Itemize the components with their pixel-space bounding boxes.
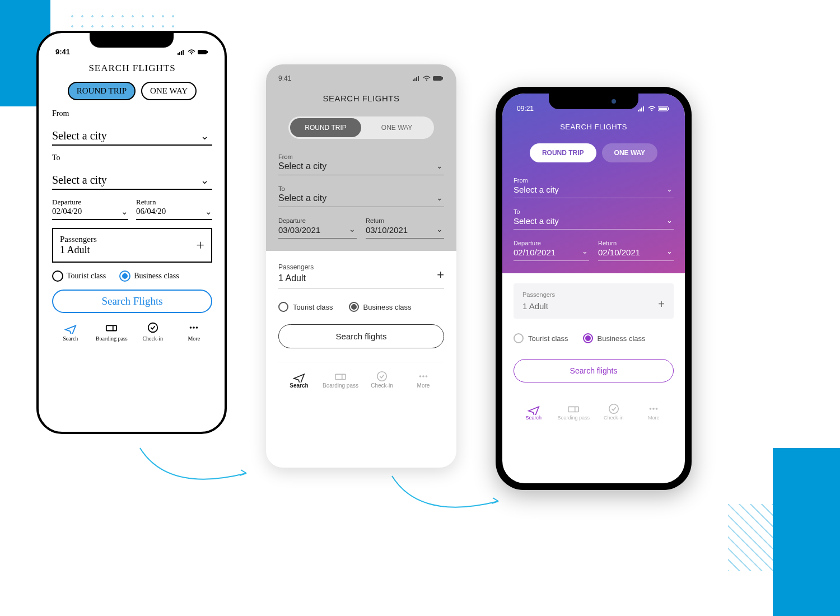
nav-search[interactable]: Search — [514, 403, 554, 421]
chevron-down-icon: ⌄ — [200, 130, 212, 142]
nav-boarding[interactable]: Boarding pass — [320, 370, 361, 389]
tourist-class-radio[interactable]: Tourist class — [52, 270, 106, 282]
from-field[interactable]: From Select a city ⌄ — [278, 153, 444, 175]
battery-icon — [433, 76, 444, 81]
from-field[interactable]: From Select a city ⌄ — [52, 109, 212, 146]
nav-search[interactable]: Search — [50, 321, 91, 342]
signal-icon — [178, 49, 185, 55]
round-trip-pill[interactable]: ROUND TRIP — [530, 143, 596, 162]
passengers-label: Passengers — [60, 235, 97, 244]
svg-point-22 — [377, 372, 387, 381]
search-flights-button[interactable]: Search flights — [278, 324, 444, 348]
nav-boarding-label: Boarding pass — [554, 415, 594, 421]
passengers-field[interactable]: Passengers 1 Adult + — [278, 263, 444, 288]
plus-icon[interactable]: + — [658, 298, 665, 311]
nav-checkin[interactable]: Check-in — [594, 403, 634, 421]
tourist-class-label: Tourist class — [528, 334, 568, 343]
from-field[interactable]: From Select a city ⌄ — [514, 177, 674, 198]
nav-more-label: More — [634, 415, 674, 421]
business-class-label: Business class — [598, 334, 646, 343]
one-way-pill[interactable]: ONE WAY — [602, 143, 658, 162]
one-way-pill[interactable]: ONE WAY — [361, 118, 432, 137]
nav-boarding-label: Boarding pass — [320, 382, 361, 389]
svg-rect-33 — [668, 108, 669, 110]
to-value: Select a city — [278, 193, 326, 203]
battery-icon — [198, 49, 209, 55]
departure-label: Departure — [514, 240, 589, 246]
page-title: SEARCH FLIGHTS — [278, 94, 444, 103]
nav-more-label: More — [403, 382, 444, 389]
round-trip-pill[interactable]: ROUND TRIP — [290, 118, 361, 137]
radio-unchecked-icon — [514, 333, 524, 343]
trip-type-toggle: ROUND TRIP ONE WAY — [50, 82, 214, 100]
plus-icon[interactable]: + — [196, 237, 204, 254]
nav-search[interactable]: Search — [278, 370, 320, 389]
page-title: SEARCH FLIGHTS — [50, 63, 214, 74]
svg-point-39 — [656, 408, 658, 410]
nav-boarding[interactable]: Boarding pass — [554, 403, 594, 421]
svg-rect-7 — [106, 325, 116, 330]
battery-icon — [658, 106, 670, 111]
nav-more[interactable]: More — [403, 370, 444, 389]
passengers-value: 1 Adult — [60, 244, 97, 256]
passengers-field[interactable]: Passengers 1 Adult + — [514, 283, 674, 319]
to-label: To — [52, 153, 107, 162]
tourist-class-radio[interactable]: Tourist class — [278, 302, 333, 312]
status-time: 9:41 — [55, 48, 70, 56]
nav-checkin[interactable]: Check-in — [361, 370, 403, 389]
departure-field[interactable]: Departure 03/03/2021⌄ — [278, 217, 357, 239]
business-class-radio[interactable]: Business class — [349, 302, 412, 312]
chevron-down-icon: ⌄ — [348, 225, 357, 235]
return-field[interactable]: Return 02/10/2021⌄ — [598, 240, 674, 261]
departure-value: 03/03/2021 — [278, 225, 320, 235]
nav-boarding[interactable]: Boarding pass — [91, 321, 133, 342]
business-class-radio[interactable]: Business class — [119, 270, 179, 282]
search-flights-button[interactable]: Search Flights — [52, 290, 212, 313]
plus-icon[interactable]: + — [437, 268, 444, 283]
departure-label: Departure — [52, 198, 128, 207]
check-circle-icon — [132, 321, 174, 334]
svg-rect-19 — [442, 77, 443, 80]
to-field[interactable]: To Select a city ⌄ — [278, 185, 444, 207]
status-indicators — [178, 48, 209, 56]
business-class-radio[interactable]: Business class — [583, 333, 646, 343]
nav-search-label: Search — [50, 335, 91, 342]
to-label: To — [278, 185, 326, 192]
svg-rect-1 — [179, 52, 180, 55]
nav-more[interactable]: More — [634, 403, 674, 421]
to-field[interactable]: To Select a city ⌄ — [52, 153, 212, 190]
tourist-class-radio[interactable]: Tourist class — [514, 333, 568, 343]
bg-hatch-pattern — [728, 504, 818, 571]
return-field[interactable]: Return 03/10/2021⌄ — [366, 217, 444, 239]
tourist-class-label: Tourist class — [293, 303, 333, 311]
nav-more-label: More — [174, 335, 215, 342]
nav-checkin[interactable]: Check-in — [132, 321, 174, 342]
svg-rect-34 — [568, 407, 578, 412]
bottom-nav: Search Boarding pass Check-in More — [50, 321, 214, 342]
return-field[interactable]: Return 06/04/20⌄ — [136, 198, 212, 220]
status-time: 09:21 — [517, 105, 534, 113]
to-field[interactable]: To Select a city ⌄ — [514, 208, 674, 230]
search-flights-button[interactable]: Search flights — [514, 359, 674, 382]
svg-rect-27 — [640, 109, 641, 111]
one-way-pill[interactable]: ONE WAY — [141, 82, 197, 100]
passengers-field[interactable]: Passengers 1 Adult + — [52, 228, 212, 263]
signal-icon — [413, 76, 421, 81]
departure-field[interactable]: Departure 02/10/2021⌄ — [514, 240, 589, 261]
sketch-mockup: 9:41 SEARCH FLIGHTS ROUND TRIP ONE WAY F… — [36, 31, 227, 434]
svg-rect-14 — [414, 78, 416, 81]
svg-point-30 — [651, 110, 652, 111]
return-label: Return — [366, 217, 444, 224]
from-value: Select a city — [278, 161, 326, 171]
svg-rect-26 — [638, 110, 639, 111]
round-trip-pill[interactable]: ROUND TRIP — [68, 82, 136, 100]
svg-rect-29 — [643, 106, 644, 111]
trip-type-toggle: ROUND TRIP ONE WAY — [288, 116, 434, 139]
departure-field[interactable]: Departure 02/04/20⌄ — [52, 198, 128, 220]
nav-more[interactable]: More — [174, 321, 215, 342]
chevron-down-icon: ⌄ — [665, 247, 674, 256]
trip-type-toggle: ROUND TRIP ONE WAY — [514, 143, 674, 162]
status-time: 9:41 — [278, 74, 291, 82]
status-indicators — [413, 74, 444, 82]
wifi-icon — [648, 106, 656, 111]
